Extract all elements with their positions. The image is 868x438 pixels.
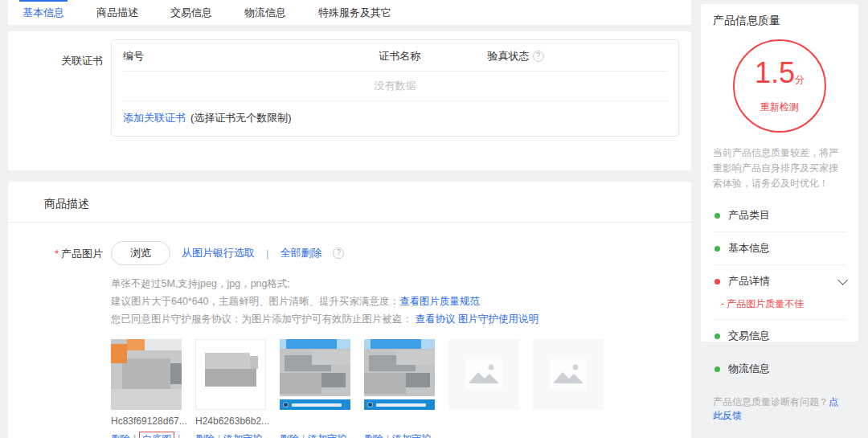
upload-tips: 单张不超过5M,支持jpeg，jpg，png格式; 建议图片大于640*640，… (111, 275, 691, 328)
quality-panel-title: 产品信息质量 (713, 14, 846, 28)
tip-line-1: 单张不超过5M,支持jpeg，jpg，png格式; (111, 275, 691, 293)
help-icon[interactable]: ? (333, 248, 344, 259)
delete-image-link[interactable]: 删除 (364, 433, 383, 438)
banner-top-band (364, 339, 435, 349)
empty-state-text: 没有数据 (123, 72, 667, 101)
tab-special-services[interactable]: 特殊服务及其它 (318, 0, 391, 25)
quality-score-circle: 1.5分 重新检测 (733, 39, 826, 133)
product-image-thumbnail-3[interactable] (280, 339, 350, 410)
company-watermark-band (364, 399, 435, 410)
image-actions: 删除|白底图| (111, 432, 182, 438)
status-dot-green (714, 246, 720, 252)
quality-item-category[interactable]: 产品类目 (713, 199, 846, 231)
column-header-cert-name: 证书名称 (379, 49, 487, 63)
separator: | (218, 433, 220, 438)
add-guard-link[interactable]: 添加守护 (223, 433, 262, 438)
certificates-table-footer: 添加关联证书 (选择证书无个数限制) (123, 101, 667, 136)
company-logo-icon (367, 402, 373, 407)
add-guard-link[interactable]: 添加守护 (392, 433, 431, 438)
section-title: 商品描述 (8, 182, 691, 222)
quality-item-product-detail[interactable]: 产品详情 (713, 264, 846, 297)
empty-image-slot[interactable] (533, 339, 604, 410)
banner-top-band (280, 339, 350, 349)
company-watermark-text (376, 403, 426, 407)
issue-prefix: - (721, 298, 724, 309)
delete-image-link[interactable]: 删除 (111, 433, 130, 438)
add-guard-link[interactable]: 添加守护 (308, 433, 346, 438)
tab-basic-info[interactable]: 基本信息 (23, 0, 64, 25)
image-placeholder-icon (550, 359, 587, 390)
company-logo-icon (283, 402, 289, 407)
gallery-item: Hc83f69128d67... 删除|白底图| 添加守护 (111, 339, 182, 438)
empty-image-slot[interactable] (448, 339, 519, 410)
image-gallery: Hc83f69128d67... 删除|白底图| 添加守护 H24b6263b6… (111, 339, 691, 438)
product-image-thumbnail-4[interactable] (364, 339, 435, 410)
tip-line-3: 您已同意图片守护服务协议：为图片添加守护可有效防止图片被盗： 查看协议 图片守护… (111, 310, 691, 328)
help-icon[interactable]: ? (533, 51, 544, 62)
add-certificate-link[interactable]: 添加关联证书 (123, 111, 186, 125)
product-image-thumbnail-1[interactable] (111, 339, 182, 410)
recheck-link[interactable]: 重新检测 (760, 100, 799, 114)
chevron-down-icon (837, 275, 848, 285)
related-certificates-section: 关联证书 编号 证书名称 验真状态 ? 没有数据 添加关联证书 (选择证书无个数… (8, 31, 691, 170)
main-content: 基本信息 商品描述 交易信息 物流信息 特殊服务及其它 关联证书 编号 证书名称… (8, 0, 691, 438)
separator: | (302, 433, 305, 438)
separator: | (387, 433, 389, 438)
column-header-number: 编号 (123, 49, 379, 63)
quality-issue-image-quality[interactable]: - 产品图片质量不佳 (713, 297, 846, 319)
product-images-field: *产品图片 浏览 从图片银行选取 | 全部删除 ? 单张不超过5M,支持jpeg… (8, 223, 691, 438)
gallery-item: 删除|添加守护 (280, 339, 350, 438)
tab-product-description[interactable]: 商品描述 (96, 0, 138, 25)
quality-item-logistics-info[interactable]: 物流信息 (713, 352, 846, 385)
status-dot-red (714, 279, 720, 284)
tab-bar: 基本信息 商品描述 交易信息 物流信息 特殊服务及其它 (8, 0, 691, 25)
pick-from-image-bank-link[interactable]: 从图片银行选取 (182, 246, 255, 260)
separator: | (178, 433, 180, 438)
tab-logistics-info[interactable]: 物流信息 (244, 0, 286, 25)
quality-panel-footer: 产品信息质量诊断有问题？点此反馈 (713, 385, 846, 432)
related-certificates-label: 关联证书 (8, 39, 111, 137)
company-watermark-text (292, 403, 342, 407)
image-actions: 删除|添加守护 (364, 432, 435, 438)
image-actions: 删除|添加守护 (280, 432, 350, 438)
gallery-item (448, 339, 519, 438)
separator: | (133, 433, 136, 438)
browse-button[interactable]: 浏览 (111, 241, 170, 265)
status-dot-green (714, 334, 720, 339)
quality-checklist: 产品类目 基本信息 产品详情 - 产品图片质量不佳 交易信息 物流信息 (713, 199, 846, 385)
tab-trade-info[interactable]: 交易信息 (170, 0, 212, 25)
separator: | (266, 248, 268, 260)
product-image-thumbnail-2[interactable] (195, 339, 266, 410)
image-actions: 删除|添加守护 (195, 432, 266, 438)
status-dot-green (714, 366, 720, 372)
product-info-quality-panel: 产品信息质量 1.5分 重新检测 当前产品信息质量较差，将严重影响产品自身排序及… (701, 4, 858, 342)
score-unit: 分 (795, 74, 805, 85)
image-placeholder-icon (465, 359, 502, 390)
quality-score: 1.5分 (755, 59, 805, 94)
image-controls: 浏览 从图片银行选取 | 全部删除 ? (111, 241, 691, 265)
column-header-verify-status: 验真状态 ? (488, 49, 667, 63)
quality-item-trade-info[interactable]: 交易信息 (713, 319, 846, 352)
certificates-table-header: 编号 证书名称 验真状态 ? (123, 40, 667, 72)
gallery-item (533, 339, 604, 438)
column-header-verify-status-label: 验真状态 (488, 49, 530, 63)
gallery-item: 删除|添加守护 (364, 339, 435, 438)
image-quality-spec-link[interactable]: 查看图片质量规范 (399, 296, 480, 307)
tip-line-2: 建议图片大于640*640，主题鲜明、图片清晰、提升买家满意度：查看图片质量规范 (111, 293, 691, 310)
image-filename: Hc83f69128d67... (111, 415, 182, 428)
delete-image-link[interactable]: 删除 (195, 433, 215, 438)
guard-usage-link[interactable]: 图片守护使用说明 (458, 313, 538, 325)
product-images-label: *产品图片 (8, 241, 111, 438)
product-description-section: 商品描述 *产品图片 浏览 从图片银行选取 | 全部删除 ? 单张不超过5M,支… (8, 182, 691, 438)
delete-image-link[interactable]: 删除 (280, 433, 299, 438)
status-dot-green (714, 213, 720, 219)
delete-all-link[interactable]: 全部删除 (280, 246, 321, 260)
image-filename (280, 415, 350, 428)
required-asterisk: * (55, 248, 59, 260)
product-images-main: 浏览 从图片银行选取 | 全部删除 ? 单张不超过5M,支持jpeg，jpg，p… (111, 241, 691, 438)
image-filename: H24b6263b6b2... (195, 415, 266, 428)
quality-item-basic-info[interactable]: 基本信息 (713, 231, 846, 264)
white-background-link[interactable]: 白底图 (139, 432, 174, 438)
view-agreement-link[interactable]: 查看协议 (415, 313, 455, 325)
quality-warning-text: 当前产品信息质量较差，将严重影响产品自身排序及买家搜索体验，请务必及时优化！ (713, 145, 846, 191)
